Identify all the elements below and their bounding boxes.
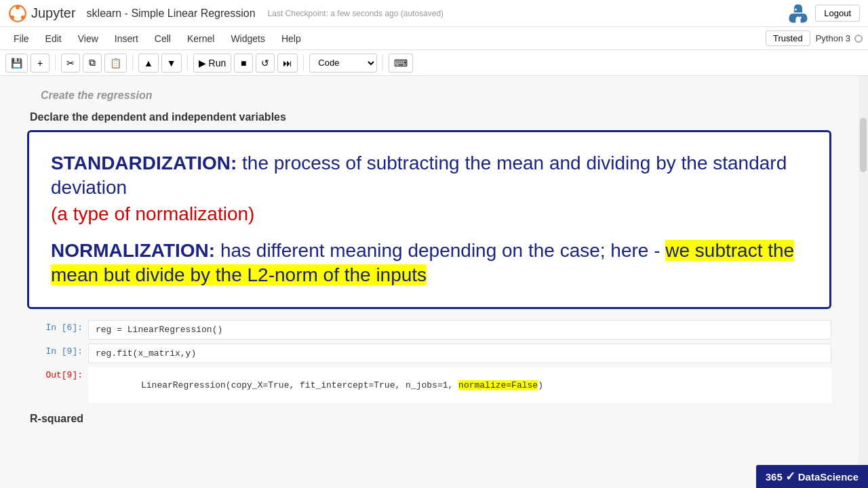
- menu-cell[interactable]: Cell: [146, 30, 179, 47]
- copy-button[interactable]: ⧉: [83, 54, 102, 73]
- move-up-button[interactable]: ▲: [138, 54, 159, 73]
- run-button[interactable]: ▶ Run: [193, 54, 232, 73]
- trusted-button[interactable]: Trusted: [766, 30, 810, 46]
- normalization-part1: has different meaning depending on the c…: [215, 240, 665, 261]
- svg-point-2: [10, 15, 14, 19]
- ds-logo: 365 ✓ DataScience: [756, 465, 868, 488]
- logout-button[interactable]: Logout: [815, 5, 860, 22]
- notebook-content[interactable]: Create the regression Declare the depend…: [0, 76, 859, 488]
- jupyter-logo: Jupyter: [8, 4, 76, 23]
- cell-prompt-9: In [9]:: [27, 344, 88, 363]
- svg-point-1: [16, 5, 20, 9]
- restart-button[interactable]: ↺: [256, 54, 275, 73]
- separator-2: [132, 55, 133, 71]
- menu-kernel[interactable]: Kernel: [179, 30, 222, 47]
- cell-body-9[interactable]: reg.fit(x_matrix,y): [88, 344, 831, 363]
- normalization-type-line: (a type of normalization): [51, 203, 808, 225]
- svg-point-4: [795, 8, 797, 10]
- menu-edit[interactable]: Edit: [37, 30, 70, 47]
- menu-file[interactable]: File: [5, 30, 37, 47]
- rsquared-heading: R-squared: [27, 407, 831, 425]
- toolbar: 💾 + ✂ ⧉ 📋 ▲ ▼ ▶ Run ■ ↺ ⏭ Code ⌨: [0, 50, 868, 76]
- svg-point-3: [21, 15, 25, 19]
- scrollbar-track[interactable]: [859, 76, 868, 488]
- add-cell-button[interactable]: +: [31, 54, 50, 73]
- keyboard-shortcuts-button[interactable]: ⌨: [389, 54, 413, 73]
- code-text-6: reg = LinearRegression(): [96, 325, 222, 335]
- code-text-9: reg.fit(x_matrix,y): [96, 348, 196, 359]
- paste-button[interactable]: 📋: [104, 54, 127, 73]
- output-cell-9: Out[9]: LinearRegression(copy_X=True, fi…: [27, 367, 831, 403]
- jupyter-text: Jupyter: [31, 5, 76, 21]
- info-box: STANDARDIZATION: the process of subtract…: [27, 130, 831, 309]
- ds-logo-subtext: DataScience: [798, 471, 859, 483]
- cut-button[interactable]: ✂: [61, 54, 80, 73]
- save-button[interactable]: 💾: [5, 54, 28, 73]
- kernel-indicator: Python 3: [816, 33, 863, 43]
- kernel-status-icon: [854, 35, 863, 43]
- topbar-right: Logout: [788, 3, 860, 24]
- svg-point-5: [800, 16, 802, 18]
- separator-4: [303, 55, 304, 71]
- python-logo-icon: [788, 3, 808, 24]
- output-body-9: LinearRegression(copy_X=True, fit_interc…: [88, 367, 831, 403]
- output-prompt-9: Out[9]:: [27, 367, 88, 403]
- topbar: Jupyter sklearn - Simple Linear Regressi…: [0, 0, 868, 27]
- scrollbar-thumb[interactable]: [860, 118, 867, 172]
- menu-help[interactable]: Help: [273, 30, 309, 47]
- menu-insert[interactable]: Insert: [106, 30, 146, 47]
- separator-1: [55, 55, 56, 71]
- separator-5: [382, 55, 383, 71]
- normalization-term: NORMALIZATION:: [51, 240, 215, 261]
- output-text-9: LinearRegression(copy_X=True, fit_interc…: [88, 380, 543, 401]
- notebook-container: Create the regression Declare the depend…: [0, 76, 868, 488]
- declare-label: Declare the dependent and independent va…: [27, 111, 831, 123]
- cell-prompt-6: In [6]:: [27, 320, 88, 340]
- checkpoint-info: Last Checkpoint: a few seconds ago (auto…: [268, 9, 444, 18]
- separator-3: [187, 55, 188, 71]
- code-cell-9: In [9]: reg.fit(x_matrix,y): [27, 344, 831, 363]
- cell-type-select[interactable]: Code: [309, 54, 377, 73]
- menu-view[interactable]: View: [70, 30, 106, 47]
- output-text-after: ): [538, 380, 543, 390]
- output-text-before: LinearRegression(copy_X=True, fit_interc…: [141, 380, 458, 390]
- ds-logo-checkmark: ✓: [785, 469, 795, 484]
- above-heading: Create the regression: [27, 89, 831, 108]
- ds-logo-text: 365: [766, 471, 783, 483]
- standardization-line: STANDARDIZATION: the process of subtract…: [51, 151, 808, 201]
- stop-button[interactable]: ■: [234, 54, 253, 73]
- standardization-term: STANDARDIZATION:: [51, 152, 237, 174]
- menubar: File Edit View Insert Cell Kernel Widget…: [0, 27, 868, 50]
- notebook-title: sklearn - Simple Linear Regression: [87, 7, 256, 20]
- normalization-line: NORMALIZATION: has different meaning dep…: [51, 239, 808, 288]
- fast-forward-button[interactable]: ⏭: [277, 54, 298, 73]
- code-cell-6: In [6]: reg = LinearRegression(): [27, 320, 831, 340]
- output-highlight: normalize=False: [458, 380, 538, 390]
- jupyter-logo-icon: [8, 4, 27, 23]
- move-down-button[interactable]: ▼: [161, 54, 182, 73]
- menu-widgets[interactable]: Widgets: [222, 30, 273, 47]
- cell-body-6[interactable]: reg = LinearRegression(): [88, 320, 831, 340]
